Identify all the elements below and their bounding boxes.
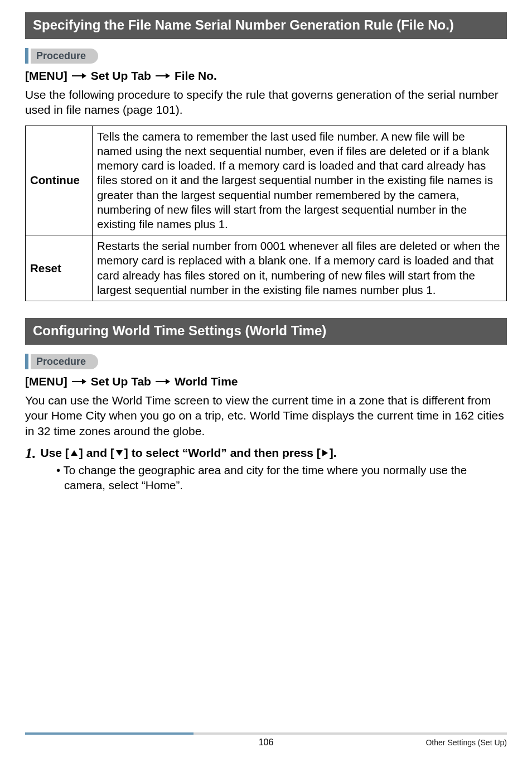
option-label: Continue (26, 126, 93, 235)
menu-part: Set Up Tab (91, 375, 151, 388)
procedure-row: Procedure (25, 354, 507, 369)
step-bullet: • To change the geographic area and city… (56, 463, 507, 493)
procedure-chip: Procedure (31, 49, 98, 64)
menu-path-world-time: [MENU] Set Up Tab World Time (25, 375, 507, 388)
menu-part: World Time (175, 375, 238, 388)
triangle-right-icon (321, 449, 329, 457)
procedure-row: Procedure (25, 48, 507, 64)
step-frag: Use [ (41, 446, 69, 460)
svg-marker-8 (71, 450, 78, 456)
step-text: Use [ ] and [ ] to select “World” and th… (41, 446, 337, 460)
section-heading-world-time: Configuring World Time Settings (World T… (25, 318, 507, 345)
option-desc: Restarts the serial number from 0001 whe… (93, 235, 507, 301)
svg-marker-9 (116, 450, 123, 456)
menu-path-file-no: [MENU] Set Up Tab File No. (25, 69, 507, 83)
svg-marker-10 (322, 450, 328, 456)
procedure-chip: Procedure (31, 354, 98, 369)
table-row: Reset Restarts the serial number from 00… (26, 235, 507, 301)
step-frag: ]. (330, 446, 337, 460)
step-row: 1. Use [ ] and [ ] to select “World” and… (25, 446, 507, 461)
intro-text: You can use the World Time screen to vie… (25, 393, 507, 438)
page-number: 106 (259, 737, 274, 748)
option-desc: Tells the camera to remember the last us… (93, 126, 507, 235)
footer-section-label: Other Settings (Set Up) (425, 738, 507, 747)
step-frag: ] to select “World” and then press [ (124, 446, 321, 460)
arrow-right-icon (156, 72, 170, 80)
svg-marker-7 (166, 379, 170, 384)
options-table: Continue Tells the camera to remember th… (25, 126, 507, 302)
page-footer: 106 Other Settings (Set Up) (25, 732, 507, 747)
arrow-right-icon (72, 378, 86, 385)
triangle-up-icon (70, 449, 79, 457)
svg-marker-3 (166, 73, 170, 79)
menu-part: Set Up Tab (91, 69, 151, 83)
step-number: 1. (25, 446, 36, 461)
intro-text: Use the following procedure to specify t… (25, 87, 507, 118)
menu-part: File No. (175, 69, 217, 83)
menu-part: [MENU] (25, 69, 67, 83)
arrow-right-icon (72, 72, 86, 80)
menu-part: [MENU] (25, 375, 67, 388)
table-row: Continue Tells the camera to remember th… (26, 126, 507, 235)
footer-rule (25, 732, 507, 735)
step-frag: ] and [ (79, 446, 114, 460)
procedure-tick (25, 48, 28, 64)
svg-marker-1 (82, 73, 86, 79)
procedure-tick (25, 354, 28, 369)
triangle-down-icon (115, 449, 124, 457)
option-label: Reset (26, 235, 93, 301)
arrow-right-icon (156, 378, 170, 385)
section-heading-file-no: Specifying the File Name Serial Number G… (25, 12, 507, 39)
svg-marker-5 (82, 379, 86, 384)
